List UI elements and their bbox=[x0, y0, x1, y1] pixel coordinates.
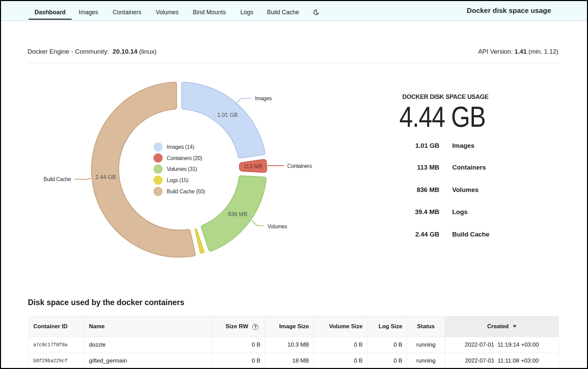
svg-text:Images: Images bbox=[255, 95, 272, 101]
svg-text:2.44 GB: 2.44 GB bbox=[95, 174, 116, 180]
svg-text:836 MB: 836 MB bbox=[228, 211, 247, 217]
svg-text:Containers: Containers bbox=[287, 163, 312, 169]
svg-text:113 MB: 113 MB bbox=[243, 163, 262, 169]
svg-text:Build Cache: Build Cache bbox=[43, 176, 71, 182]
svg-text:Build Cache (50): Build Cache (50) bbox=[167, 189, 205, 194]
svg-text:Images (14): Images (14) bbox=[167, 144, 194, 150]
svg-text:Containers (20): Containers (20) bbox=[167, 155, 202, 161]
svg-text:Volumes (31): Volumes (31) bbox=[167, 166, 197, 172]
svg-text:Logs (15): Logs (15) bbox=[167, 177, 188, 183]
svg-text:1.01 GB: 1.01 GB bbox=[217, 112, 238, 118]
svg-text:Volumes: Volumes bbox=[268, 224, 287, 229]
